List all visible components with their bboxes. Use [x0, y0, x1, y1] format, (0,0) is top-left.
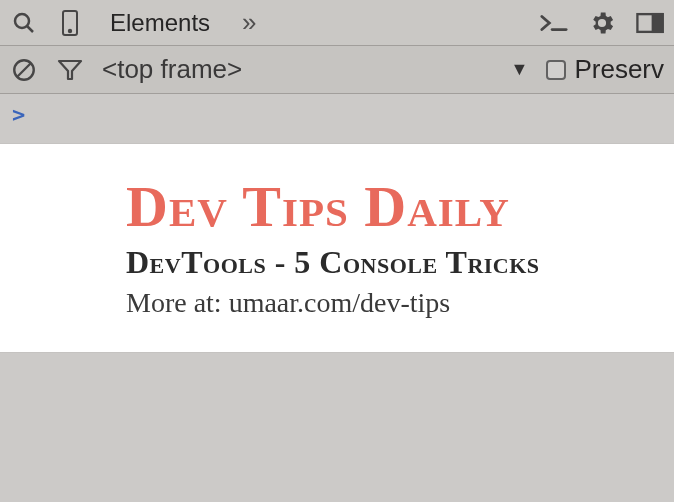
title-card-subtitle: DevTools - 5 Console Tricks — [126, 244, 674, 281]
svg-marker-9 — [59, 61, 81, 79]
elements-tab[interactable]: Elements — [102, 9, 218, 37]
title-card-heading: Dev Tips Daily — [126, 178, 674, 236]
console-filter-bar: <top frame> ▼ Preserv — [0, 46, 674, 94]
search-icon[interactable] — [10, 9, 38, 37]
frame-selector[interactable]: <top frame> ▼ — [102, 54, 528, 85]
svg-line-1 — [27, 26, 33, 32]
preserve-log-label: Preserv — [574, 54, 664, 85]
svg-point-3 — [69, 29, 71, 31]
filter-icon[interactable] — [56, 56, 84, 84]
title-card-more: More at: umaar.com/dev-tips — [126, 287, 674, 319]
svg-line-8 — [18, 63, 31, 76]
frame-selector-label: <top frame> — [102, 54, 242, 85]
settings-gear-icon[interactable] — [588, 9, 616, 37]
console-drawer-icon[interactable] — [540, 9, 568, 37]
svg-rect-6 — [653, 14, 663, 32]
device-mode-icon[interactable] — [56, 9, 84, 37]
preserve-log-option[interactable]: Preserv — [546, 54, 664, 85]
dock-side-icon[interactable] — [636, 9, 664, 37]
tabs-overflow-icon[interactable]: » — [242, 7, 256, 38]
dropdown-caret-icon: ▼ — [511, 59, 529, 80]
svg-point-0 — [15, 14, 29, 28]
title-card: Dev Tips Daily DevTools - 5 Console Tric… — [0, 144, 674, 352]
preserve-log-checkbox[interactable] — [546, 60, 566, 80]
console-prompt: > — [12, 102, 25, 127]
toolbar-right-group — [540, 9, 664, 37]
clear-console-icon[interactable] — [10, 56, 38, 84]
devtools-top-toolbar: Elements » — [0, 0, 674, 46]
